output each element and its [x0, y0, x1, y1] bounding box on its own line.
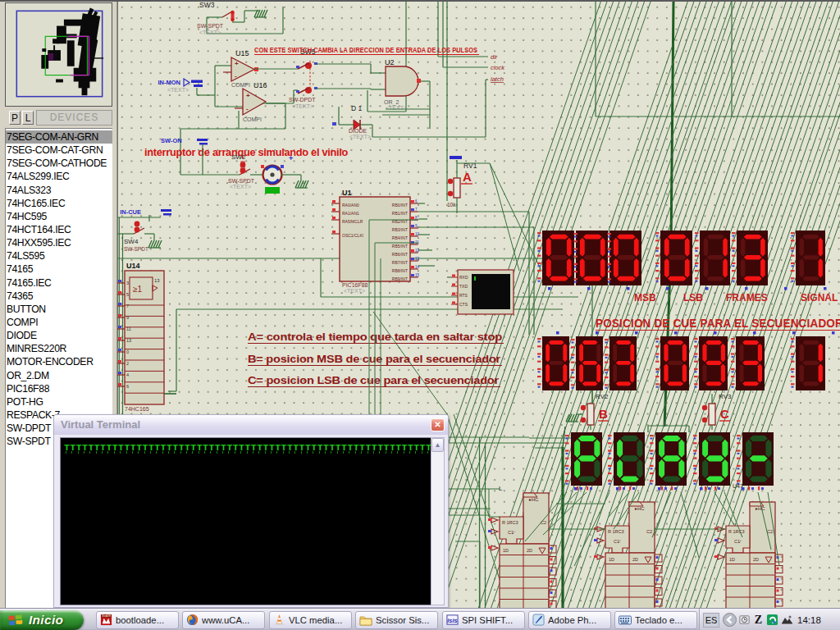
- svg-text:RXD: RXD: [459, 275, 468, 280]
- svg-text:DIODE: DIODE: [349, 128, 368, 134]
- svg-text:C1⁄: C1⁄: [508, 530, 515, 535]
- svg-text:RA1/AN1: RA1/AN1: [342, 211, 359, 216]
- svg-text:2D: 2D: [527, 548, 532, 553]
- svg-text:B: B: [599, 407, 608, 421]
- svg-text:1D: 1D: [609, 557, 614, 562]
- svg-text:RB6/INT: RB6/INT: [392, 252, 408, 257]
- svg-text:U1: U1: [342, 189, 352, 197]
- svg-text:R 1RC3: R 1RC3: [502, 520, 518, 525]
- svg-text:<TEXT>: <TEXT>: [167, 87, 189, 93]
- svg-text:SIGNAL: SIGNAL: [801, 292, 838, 304]
- svg-text:▸HC: ▸HC: [635, 506, 645, 511]
- svg-text:10k: 10k: [447, 202, 456, 208]
- svg-text:2D: 2D: [632, 557, 638, 562]
- svg-text:SW4: SW4: [124, 238, 139, 245]
- svg-text:+: +: [246, 92, 250, 99]
- svg-text:COMPI: COMPI: [231, 82, 250, 88]
- svg-text:RB9/INT: RB9/INT: [392, 276, 408, 281]
- svg-text:▸HC: ▸HC: [529, 497, 539, 502]
- svg-text:-: -: [235, 72, 237, 80]
- svg-text:SW-SPDT: SW-SPDT: [197, 23, 224, 29]
- svg-text:RV2: RV2: [596, 393, 609, 400]
- svg-text:U2: U2: [385, 58, 395, 66]
- svg-text:<TEXT>: <TEXT>: [292, 103, 313, 109]
- svg-text:+: +: [235, 60, 239, 67]
- svg-text:SW-ON: SW-ON: [161, 137, 182, 144]
- svg-text:LSB: LSB: [683, 292, 703, 304]
- svg-text:R 1RC3: R 1RC3: [608, 529, 624, 534]
- svg-text:U15: U15: [235, 49, 249, 57]
- svg-text:IN-CUE: IN-CUE: [120, 208, 141, 216]
- svg-text:-: -: [246, 105, 249, 112]
- svg-text:5: 5: [126, 292, 129, 297]
- svg-text:RTS: RTS: [459, 293, 468, 298]
- svg-text:13: 13: [126, 338, 131, 343]
- svg-text:C1⁄: C1⁄: [734, 539, 742, 544]
- svg-text:RB8/INT: RB8/INT: [392, 268, 408, 273]
- svg-text:OSC1/CLKI: OSC1/CLKI: [342, 233, 363, 238]
- svg-text:U14: U14: [126, 262, 140, 270]
- svg-text:0: 0: [126, 349, 129, 354]
- svg-text:RB5/INT: RB5/INT: [392, 244, 408, 249]
- svg-text:≥1: ≥1: [133, 285, 142, 294]
- svg-text:isis: isis: [447, 617, 458, 624]
- svg-text:7: 7: [126, 304, 129, 308]
- svg-text:latch: latch: [491, 75, 504, 83]
- svg-text:RB3/INT: RB3/INT: [392, 227, 408, 232]
- svg-text:6: 6: [126, 384, 129, 389]
- svg-text:3: 3: [126, 281, 129, 285]
- svg-text:SW-DPDT: SW-DPDT: [289, 97, 316, 103]
- svg-text:74HC165: 74HC165: [125, 406, 149, 412]
- svg-text:RA0/AN0: RA0/AN0: [342, 203, 359, 208]
- svg-text:C: C: [720, 407, 729, 421]
- svg-text:POSICION DE CUE PARA EL SECUEN: POSICION DE CUE PARA EL SECUENCIADOR: [596, 317, 840, 330]
- svg-text:SW-SPDT: SW-SPDT: [124, 246, 148, 252]
- svg-text:A: A: [463, 170, 472, 184]
- svg-text:1D: 1D: [729, 557, 735, 562]
- svg-text:C= posicion LSB de cue para el: C= posicion LSB de cue para el secuencia…: [248, 374, 500, 386]
- svg-text:COMPI: COMPI: [243, 116, 262, 122]
- svg-text:RA5/MCLR: RA5/MCLR: [342, 219, 363, 224]
- svg-text:CTS: CTS: [459, 302, 468, 307]
- svg-text:<TEXT>: <TEXT>: [344, 288, 365, 294]
- svg-text:MSB: MSB: [634, 292, 656, 304]
- svg-text:RB0/INT: RB0/INT: [392, 203, 408, 208]
- svg-text:+: +: [289, 154, 293, 162]
- svg-text:2D: 2D: [753, 557, 759, 562]
- svg-text:<TEXT>: <TEXT>: [230, 184, 251, 189]
- svg-text:D 1: D 1: [351, 104, 363, 112]
- svg-text:<TEXT>: <TEXT>: [349, 134, 371, 139]
- svg-text:13: 13: [154, 278, 160, 283]
- svg-text:C2: C2: [767, 529, 773, 534]
- svg-text:<TEXT>: <TEXT>: [386, 105, 407, 111]
- svg-text:WinAVR: WinAVR: [102, 614, 112, 618]
- svg-text:SW-SPDT: SW-SPDT: [228, 178, 255, 184]
- svg-text:RV3: RV3: [719, 393, 732, 400]
- svg-text:R 1RC3: R 1RC3: [728, 529, 745, 534]
- svg-text:15: 15: [415, 273, 420, 277]
- svg-text:Z: Z: [755, 614, 762, 626]
- svg-text:▸HC: ▸HC: [756, 506, 765, 511]
- svg-text:CON ESTE SWITCH CAMBIA LA DIRE: CON ESTE SWITCH CAMBIA LA DIRECCION DE E…: [254, 46, 477, 54]
- svg-text:<TEXT>: <TEXT>: [199, 30, 221, 35]
- svg-text:FRAMES: FRAMES: [726, 292, 768, 304]
- svg-text:interruptor de arranque simula: interruptor de arranque simulando el vin…: [144, 147, 349, 158]
- svg-text:RB7/INT: RB7/INT: [392, 260, 408, 265]
- svg-text:TXD: TXD: [459, 284, 468, 289]
- svg-text:dir: dir: [491, 53, 498, 61]
- svg-text:11: 11: [126, 326, 131, 331]
- svg-text:RB1/INT: RB1/INT: [392, 211, 408, 216]
- svg-text:U16: U16: [253, 81, 267, 89]
- svg-text:PIC16F88: PIC16F88: [342, 282, 368, 288]
- svg-text:clock: clock: [491, 64, 505, 71]
- svg-text:2: 2: [126, 361, 129, 366]
- svg-text:13: 13: [415, 257, 420, 261]
- svg-text:C1⁄: C1⁄: [614, 539, 621, 544]
- svg-text:SW3: SW3: [199, 2, 215, 9]
- svg-text:IN-MON: IN-MON: [158, 79, 181, 86]
- svg-text:1D: 1D: [503, 548, 509, 553]
- svg-text:C2: C2: [646, 529, 652, 534]
- svg-text:4: 4: [126, 372, 129, 377]
- svg-text:9: 9: [126, 315, 129, 320]
- svg-text:RB4/INT: RB4/INT: [392, 235, 408, 240]
